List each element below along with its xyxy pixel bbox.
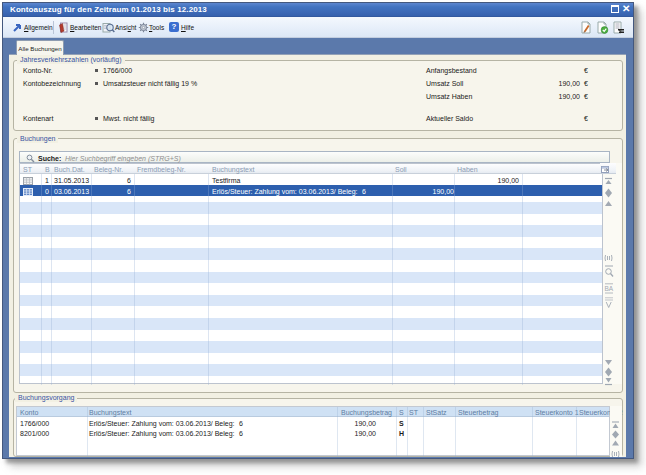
svg-text:BA: BA [605,285,614,292]
